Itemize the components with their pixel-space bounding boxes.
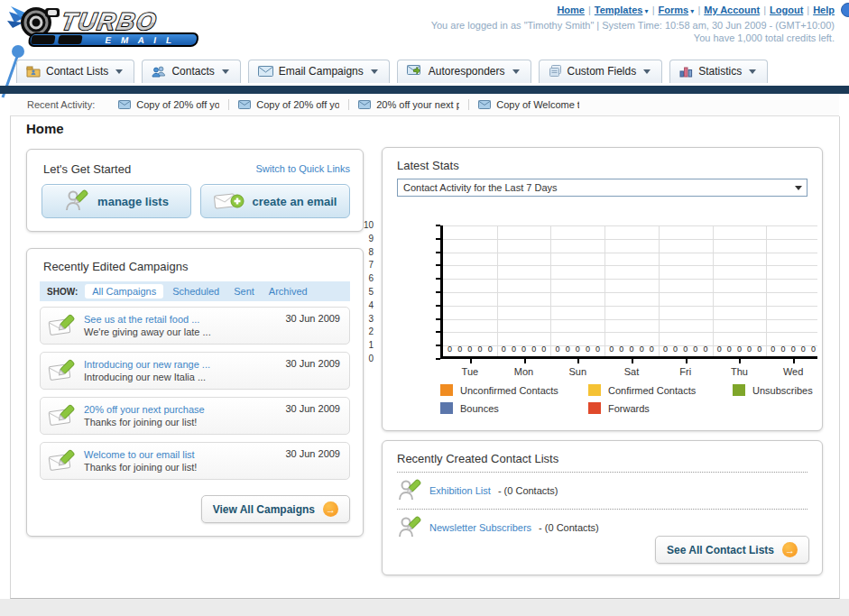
footer-strip [0, 599, 849, 616]
chart-day-label: Mon [497, 366, 551, 377]
top-link-my-account[interactable]: My Account [704, 5, 760, 15]
recent-activity-item-label: Copy of 20% off yo [256, 99, 339, 110]
campaign-row[interactable]: Introducing our new range ...Introducing… [40, 352, 350, 390]
top-link-templates[interactable]: Templates [595, 5, 643, 15]
arrow-right-icon: → [782, 542, 798, 557]
switch-to-quick-links[interactable]: Switch to Quick Links [255, 163, 350, 174]
chart-value-labels: 00000 [445, 345, 495, 354]
tab-contacts[interactable]: Contacts [142, 60, 240, 83]
chart-value-label: 0 [811, 345, 816, 354]
chart-ytick-label: 9 [354, 234, 374, 244]
recent-activity-label: Recent Activity: [27, 99, 95, 110]
campaign-subtitle: Thanks for joining our list! [84, 417, 205, 428]
campaign-row[interactable]: Welcome to our email listThanks for join… [40, 442, 350, 480]
campaign-row[interactable]: See us at the retail food ...We're givin… [40, 307, 350, 345]
arrow-right-icon: → [323, 501, 338, 517]
envelope-small-icon [358, 100, 371, 109]
manage-lists-button[interactable]: manage lists [42, 184, 191, 218]
chart-value-labels: 00000 [660, 345, 711, 354]
person-pencil-icon [64, 188, 89, 214]
contact-list-link[interactable]: Exhibition List [429, 485, 491, 496]
chart-day-label: Thu [713, 366, 767, 377]
chart-value-labels: 00000 [552, 345, 603, 354]
legend-item-unconfirmed-contacts: Unconfirmed Contacts [440, 384, 588, 396]
chart-value-label: 0 [512, 345, 516, 354]
chart-value-label: 0 [747, 345, 752, 354]
chevron-down-icon [222, 69, 229, 74]
top-link-logout[interactable]: Logout [770, 5, 803, 15]
chart-ytick [436, 345, 440, 346]
envelope-small-icon [238, 100, 251, 109]
contact-activity-chart: 00000Tue00000Mon00000Sun00000Sat00000Fri… [383, 207, 822, 388]
tab-custom-fields[interactable]: Custom Fields [539, 60, 663, 83]
top-link-forms[interactable]: Forms [659, 5, 689, 15]
legend-swatch [440, 402, 453, 414]
campaign-title-link[interactable]: Welcome to our email list [84, 449, 197, 460]
chart-xtick [470, 359, 472, 363]
chart-value-label: 0 [650, 345, 654, 354]
filter-archived[interactable]: Archived [269, 286, 308, 297]
see-all-contact-lists-button[interactable]: See All Contact Lists → [655, 536, 809, 564]
tab-contact-lists[interactable]: Contact Lists [16, 60, 134, 83]
legend-item-forwards: Forwards [588, 402, 733, 414]
chart-ytick [436, 331, 440, 333]
chart-value-label: 0 [457, 345, 462, 354]
email-campaigns-icon [258, 66, 273, 77]
tab-statistics[interactable]: Statistics [669, 60, 768, 83]
logo-subtitle: E M A I L [105, 35, 176, 45]
tab-autoresponders[interactable]: Autoresponders [397, 60, 531, 83]
legend-label: Confirmed Contacts [608, 385, 696, 396]
button-label: create an email [253, 195, 337, 208]
chevron-down-icon [512, 69, 520, 74]
top-link-home[interactable]: Home [557, 5, 585, 15]
filter-sent[interactable]: Sent [234, 286, 254, 297]
campaigns-title: Recently Edited Campaigns [43, 260, 188, 273]
chart-value-labels: 00000 [606, 345, 657, 354]
app-logo[interactable]: TURBO E M A I L [5, 3, 213, 57]
recent-activity-item[interactable]: Copy of 20% off yo [229, 99, 349, 110]
chevron-down-icon [115, 69, 123, 74]
filter-scheduled[interactable]: Scheduled [172, 286, 219, 297]
autoresponders-icon [407, 65, 423, 78]
nav-separator: | [652, 5, 655, 15]
contact-list-detail: - (0 Contacts) [498, 485, 558, 496]
campaign-subtitle: Thanks for joining our list! [84, 462, 197, 473]
legend-label: Bounces [460, 403, 499, 414]
top-link-help[interactable]: Help [813, 5, 835, 15]
create-an-email-button[interactable]: create an email [200, 184, 350, 218]
campaign-subtitle: Introducing our new Italia ... [84, 372, 210, 382]
campaign-row[interactable]: 20% off your next purchaseThanks for joi… [40, 397, 350, 435]
campaign-title-link[interactable]: Introducing our new range ... [84, 359, 210, 370]
campaign-title-link[interactable]: See us at the retail food ... [84, 314, 211, 325]
chart-xtick [739, 359, 741, 363]
corner-dot-decoration [841, 3, 849, 17]
recent-activity-item[interactable]: Copy of 20% off yo [109, 99, 229, 110]
chart-day-group: 00000 [443, 225, 497, 356]
campaign-title-link[interactable]: 20% off your next purchase [84, 404, 205, 415]
contact-list-link[interactable]: Newsletter Subscribers [429, 522, 531, 533]
show-label: SHOW: [47, 287, 78, 297]
chart-xtick [793, 359, 795, 363]
chart-xtick [577, 359, 579, 363]
chevron-down-icon: ▾ [688, 7, 694, 15]
chart-value-label: 0 [737, 345, 742, 354]
get-started-panel: Let's Get Started Switch to Quick Links … [26, 149, 364, 232]
chart-value-label: 0 [717, 345, 722, 354]
recent-activity-item-label: Copy of 20% off yo [136, 99, 219, 110]
chart-value-label: 0 [477, 345, 482, 354]
filter-all-campaigns[interactable]: All Campaigns [85, 284, 163, 299]
chart-value-label: 0 [757, 345, 761, 354]
legend-swatch [733, 384, 745, 396]
person-pencil-icon [397, 478, 422, 503]
legend-label: Unsubscribes [752, 385, 813, 396]
contact-list-row[interactable]: Exhibition List- (0 Contacts) [397, 472, 807, 509]
chart-value-labels: 00000 [768, 345, 818, 354]
nav-separator: | [807, 5, 809, 15]
stats-period-dropdown[interactable]: Contact Activity for the Last 7 Days [397, 179, 807, 197]
recent-activity-item[interactable]: 20% off your next p [349, 99, 469, 110]
view-all-campaigns-button[interactable]: View All Campaigns → [201, 495, 350, 523]
recent-activity-item[interactable]: Copy of Welcome to [469, 99, 588, 110]
tab-email-campaigns[interactable]: Email Campaigns [248, 60, 390, 83]
chart-value-label: 0 [595, 345, 600, 354]
person-pencil-icon [397, 515, 422, 540]
